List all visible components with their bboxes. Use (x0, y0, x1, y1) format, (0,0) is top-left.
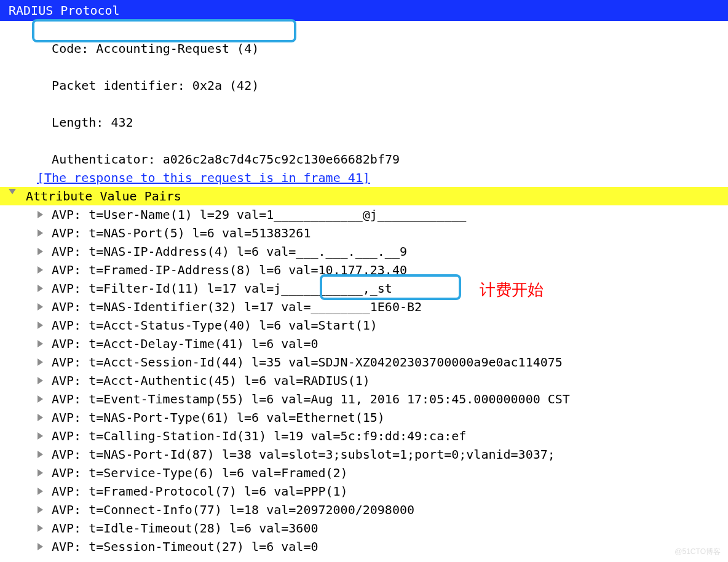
chevron-right-icon (38, 229, 43, 237)
avp-row[interactable]: AVP: t=Acct-Status-Type(40) l=6 val=Star… (0, 316, 728, 334)
avp-row[interactable]: AVP: t=NAS-Port-Id(87) l=38 val=slot=3;s… (0, 445, 728, 464)
avp-text: AVP: t=NAS-Port(5) l=6 val=51383261 (52, 224, 311, 242)
expand-toggle[interactable] (38, 377, 52, 384)
chevron-right-icon (38, 340, 43, 347)
expand-toggle[interactable] (38, 266, 52, 274)
avp-section-label: Attribute Value Pairs (26, 187, 181, 205)
expand-toggle[interactable] (38, 285, 52, 292)
chevron-right-icon (38, 469, 43, 477)
chevron-right-icon (38, 524, 43, 532)
avp-section-header[interactable]: Attribute Value Pairs (0, 187, 728, 205)
avp-text: AVP: t=NAS-IP-Address(4) l=6 val=___.___… (52, 242, 407, 261)
avp-row[interactable]: AVP: t=Connect-Info(77) l=18 val=2097200… (0, 501, 728, 519)
expand-toggle[interactable] (38, 432, 52, 440)
chevron-right-icon (38, 414, 43, 421)
avp-text: AVP: t=Framed-Protocol(7) l=6 val=PPP(1) (52, 482, 348, 501)
chevron-right-icon (38, 211, 43, 218)
chevron-right-icon (38, 303, 43, 311)
avp-text: AVP: t=NAS-Port-Id(87) l=38 val=slot=3;s… (52, 445, 555, 464)
expand-toggle[interactable] (38, 340, 52, 347)
expand-toggle[interactable] (38, 211, 52, 218)
field-packet-identifier[interactable]: Packet identifier: 0x2a (42) (0, 58, 728, 95)
avp-text: AVP: t=Framed-IP-Address(8) l=6 val=10.1… (52, 261, 407, 279)
expand-toggle[interactable] (38, 506, 52, 513)
chevron-right-icon (38, 543, 43, 550)
field-code[interactable]: Code: Accounting-Request (4) (0, 21, 728, 58)
avp-text: AVP: t=Filter-Id(11) l=17 val=j_________… (52, 279, 392, 298)
avp-text: AVP: t=Acct-Authentic(45) l=6 val=RADIUS… (52, 371, 370, 390)
expand-toggle[interactable] (38, 248, 52, 255)
expand-toggle[interactable] (38, 303, 52, 311)
avp-text: AVP: t=Session-Timeout(27) l=6 val=0 (52, 537, 318, 556)
avp-row[interactable]: AVP: t=Idle-Timeout(28) l=6 val=3600 (0, 519, 728, 537)
avp-row[interactable]: AVP: t=NAS-IP-Address(4) l=6 val=___.___… (0, 242, 728, 261)
response-frame-link[interactable]: [The response to this request is in fram… (0, 168, 728, 187)
avp-row[interactable]: AVP: t=Session-Timeout(27) l=6 val=0 (0, 537, 728, 556)
avp-row[interactable]: AVP: t=Filter-Id(11) l=17 val=j_________… (0, 279, 728, 298)
avp-text: AVP: t=Service-Type(6) l=6 val=Framed(2) (52, 464, 348, 482)
avp-row[interactable]: AVP: t=Acct-Delay-Time(41) l=6 val=0 (0, 334, 728, 353)
expand-toggle[interactable] (38, 322, 52, 329)
avp-text: AVP: t=NAS-Port-Type(61) l=6 val=Etherne… (52, 408, 385, 427)
annotation-label: 计费开始 (480, 278, 544, 302)
avp-row[interactable]: AVP: t=NAS-Port(5) l=6 val=51383261 (0, 224, 728, 242)
expand-toggle[interactable] (38, 229, 52, 237)
expand-toggle[interactable] (38, 395, 52, 403)
expand-toggle-avp[interactable] (11, 187, 25, 194)
expand-toggle[interactable] (38, 451, 52, 458)
expand-toggle[interactable] (38, 414, 52, 421)
field-authenticator[interactable]: Authenticator: a026c2a8c7d4c75c92c130e66… (0, 132, 728, 168)
avp-row[interactable]: AVP: t=NAS-Identifier(32) l=17 val=_____… (0, 298, 728, 316)
avp-row[interactable]: AVP: t=Framed-IP-Address(8) l=6 val=10.1… (0, 261, 728, 279)
chevron-right-icon (38, 395, 43, 403)
avp-text: AVP: t=User-Name(1) l=29 val=1__________… (52, 205, 466, 224)
expand-toggle[interactable] (38, 469, 52, 477)
chevron-right-icon (38, 358, 43, 366)
avp-text: AVP: t=Acct-Delay-Time(41) l=6 val=0 (52, 334, 318, 353)
protocol-title: RADIUS Protocol (9, 3, 120, 18)
avp-row[interactable]: AVP: t=Acct-Session-Id(44) l=35 val=SDJN… (0, 353, 728, 371)
watermark: @51CTO博客 (675, 546, 721, 557)
avp-row[interactable]: AVP: t=Framed-Protocol(7) l=6 val=PPP(1) (0, 482, 728, 501)
avp-row[interactable]: AVP: t=Service-Type(6) l=6 val=Framed(2) (0, 464, 728, 482)
avp-row[interactable]: AVP: t=NAS-Port-Type(61) l=6 val=Etherne… (0, 408, 728, 427)
avp-text: AVP: t=Acct-Status-Type(40) l=6 val=Star… (52, 316, 378, 334)
protocol-header: RADIUS Protocol (0, 0, 728, 21)
chevron-right-icon (38, 248, 43, 255)
avp-row[interactable]: AVP: t=Event-Timestamp(55) l=6 val=Aug 1… (0, 390, 728, 408)
avp-text: AVP: t=Event-Timestamp(55) l=6 val=Aug 1… (52, 390, 570, 408)
chevron-down-icon (9, 189, 16, 194)
chevron-right-icon (38, 488, 43, 495)
avp-text: AVP: t=NAS-Identifier(32) l=17 val=_____… (52, 298, 422, 316)
avp-row[interactable]: AVP: t=User-Name(1) l=29 val=1__________… (0, 205, 728, 224)
chevron-right-icon (38, 322, 43, 329)
field-length[interactable]: Length: 432 (0, 95, 728, 132)
chevron-right-icon (38, 377, 43, 384)
chevron-right-icon (38, 451, 43, 458)
chevron-right-icon (38, 506, 43, 513)
expand-toggle[interactable] (38, 358, 52, 366)
avp-text: AVP: t=Calling-Station-Id(31) l=19 val=5… (52, 427, 466, 445)
chevron-right-icon (38, 266, 43, 274)
avp-row[interactable]: AVP: t=Acct-Authentic(45) l=6 val=RADIUS… (0, 371, 728, 390)
chevron-right-icon (38, 432, 43, 440)
avp-text: AVP: t=Acct-Session-Id(44) l=35 val=SDJN… (52, 353, 563, 371)
avp-list: AVP: t=User-Name(1) l=29 val=1__________… (0, 205, 728, 556)
expand-toggle[interactable] (38, 524, 52, 532)
chevron-right-icon (38, 285, 43, 292)
expand-toggle[interactable] (38, 488, 52, 495)
avp-text: AVP: t=Connect-Info(77) l=18 val=2097200… (52, 501, 414, 519)
avp-row[interactable]: AVP: t=Calling-Station-Id(31) l=19 val=5… (0, 427, 728, 445)
avp-text: AVP: t=Idle-Timeout(28) l=6 val=3600 (52, 519, 318, 537)
expand-toggle[interactable] (38, 543, 52, 550)
